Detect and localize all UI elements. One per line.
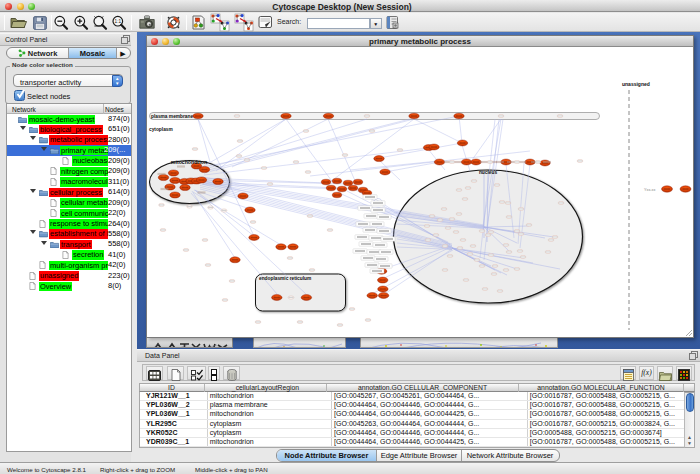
svg-text:endoplasmic reticulum: endoplasmic reticulum (259, 276, 311, 281)
svg-text:cytoplasm: cytoplasm (149, 127, 173, 132)
svg-text:unassigned: unassigned (622, 81, 650, 87)
svg-text:1:1: 1:1 (115, 19, 122, 24)
svg-text:nucleus: nucleus (479, 170, 497, 175)
svg-text:plasma membrane: plasma membrane (151, 114, 193, 119)
svg-text:mitochondrion: mitochondrion (171, 159, 207, 165)
svg-text:Yxx-xx: Yxx-xx (644, 188, 655, 192)
